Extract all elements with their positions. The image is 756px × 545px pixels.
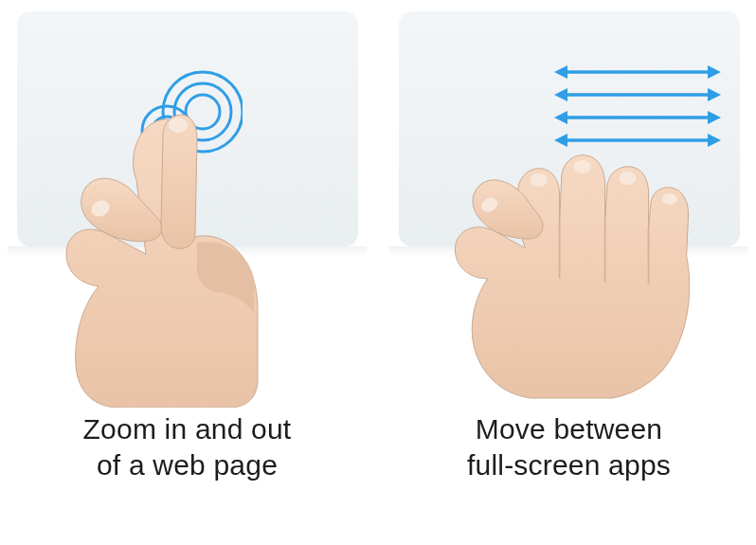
svg-point-21 (619, 172, 636, 185)
caption-line-1: Zoom in and out (83, 411, 292, 447)
gesture-caption: Zoom in and out of a web page (83, 411, 292, 482)
gesture-gallery: Zoom in and out of a web page (0, 0, 756, 545)
svg-point-22 (661, 193, 676, 205)
gesture-illustration (8, 11, 367, 400)
caption-line-2: of a web page (83, 447, 292, 483)
gesture-illustration (389, 11, 748, 400)
caption-line-1: Move between (467, 411, 671, 447)
gesture-card-swipe-fullscreen: Move between full-screen apps (389, 11, 748, 545)
svg-marker-9 (708, 65, 721, 79)
svg-marker-8 (554, 65, 567, 79)
svg-point-19 (530, 173, 547, 187)
gesture-card-pinch-zoom: Zoom in and out of a web page (8, 11, 367, 545)
hand-four-finger-icon (426, 89, 729, 411)
caption-line-2: full-screen apps (467, 447, 671, 483)
svg-point-5 (169, 118, 188, 133)
svg-point-20 (573, 160, 590, 173)
hand-pinch-icon (34, 66, 318, 408)
gesture-caption: Move between full-screen apps (467, 411, 671, 482)
